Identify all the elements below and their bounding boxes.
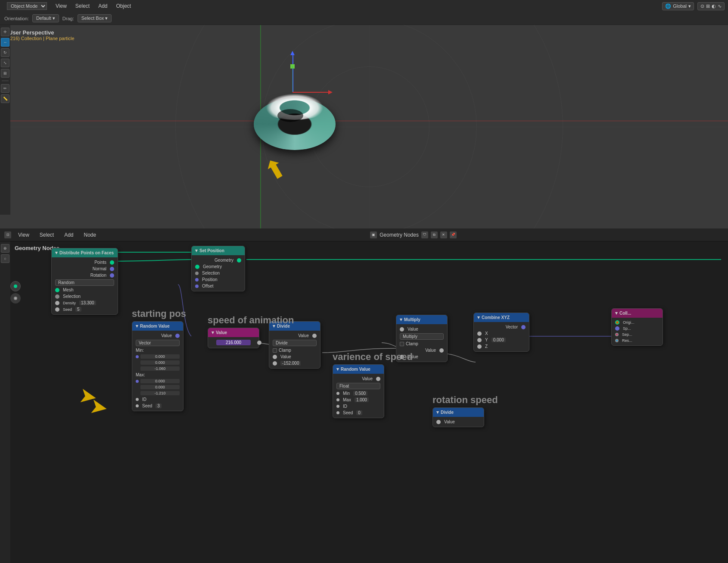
viewport-3d[interactable]: Object Mode View Select Add Object 🌐 Glo… (0, 0, 728, 228)
y-label: Y (485, 338, 488, 342)
annotation-speed: speed of animation (208, 315, 294, 326)
orientation-dropdown[interactable]: Default ▾ (32, 14, 59, 22)
rotate-tool[interactable]: ↻ (1, 48, 9, 57)
row-clamp: Clamp (396, 341, 447, 347)
node-multiply-header: ▾ Multiply (396, 315, 447, 324)
menu-select[interactable]: Select (72, 2, 93, 10)
node-combine-body: Vector X Y 0.000 Z (474, 322, 529, 351)
row-max-0: 0.000 (132, 378, 183, 384)
node-combine-xyz: ▾ Combine XYZ Vector X Y 0.000 (473, 313, 529, 352)
socket-z (477, 344, 482, 349)
mode-dropdown[interactable]: Object Mode (7, 2, 47, 10)
max-val: 1.000 (355, 397, 369, 402)
row-val-in2: -152.000 (269, 360, 320, 366)
annotate-tool[interactable]: ✏ (1, 84, 9, 93)
value-out-label: Value (161, 333, 172, 338)
gizmo-x-arrowhead (328, 90, 333, 94)
collapse-icon: ▾ (136, 323, 138, 329)
chevron-down-2-icon: ∿ (718, 3, 722, 9)
node-tool-2[interactable]: ○ (1, 254, 9, 263)
editor-type-icon[interactable]: ⊡ (4, 231, 11, 238)
node-title: Random Value (140, 324, 170, 328)
id-label: ID (142, 397, 146, 402)
socket-min (336, 392, 339, 395)
node-editor[interactable]: ⊡ View Select Add Node ▣ Geometry Nodes … (0, 228, 728, 563)
menubar: Object Mode View Select Add Object 🌐 Glo… (0, 0, 728, 12)
density-value: 13.300 (79, 300, 96, 305)
node-canvas[interactable]: Geometry Nodes ▾ Distribute Poi (10, 241, 728, 563)
y-val: 0.000 (492, 338, 506, 342)
row-val-in-top: Value (396, 326, 447, 332)
socket-geo-out (237, 258, 241, 263)
min-val: 0.500 (353, 391, 367, 396)
socket-group-in2 (14, 297, 17, 300)
node-random-value-speed: ▾ Random Value Value Float Min 0.500 (333, 364, 384, 418)
row-min-2: -1.060 (132, 366, 183, 372)
clamp-checkbox[interactable] (273, 348, 277, 353)
collapse-icon: ▾ (615, 310, 618, 316)
menu-editor-type[interactable]: Object Mode (3, 1, 50, 11)
max-label: Max (343, 397, 351, 402)
row-value-disp: 216.000 (208, 339, 259, 346)
socket-val-in2 (273, 361, 277, 366)
collapse-icon: ▾ (400, 317, 402, 322)
sprinkles (277, 109, 303, 122)
socket-val-in (436, 420, 441, 424)
drag-dropdown[interactable]: Select Box ▾ (78, 14, 112, 22)
node-coll-body: Origi... Sp... Sep... Res... (612, 318, 663, 345)
cursor-tool[interactable]: ✛ (1, 28, 9, 36)
transform-tool[interactable]: ⊞ (1, 69, 9, 78)
scene-area: ⬆ (10, 25, 728, 228)
node-menu-select[interactable]: Select (36, 231, 57, 239)
snap-icon: ⊞ (706, 3, 710, 9)
node-value-body: 216.000 (208, 337, 259, 348)
menu-view[interactable]: View (52, 2, 70, 10)
node-menu-node[interactable]: Node (81, 231, 100, 239)
row-max-1: 0.000 (132, 384, 183, 390)
node-random-start-header: ▾ Random Value (132, 322, 183, 331)
grid-v-center (369, 25, 370, 228)
row-min: Min 0.500 (333, 390, 384, 397)
max-val-1: 0.000 (140, 385, 180, 389)
row-y: Y 0.000 (474, 337, 529, 343)
node-tool-1[interactable]: ⊕ (1, 244, 9, 253)
mult-dropdown[interactable]: Multiply (400, 333, 444, 340)
node-random-start-body: Value Vector Min: 0.000 0.000 -1.060 (132, 331, 183, 411)
node-combine-header: ▾ Combine XYZ (474, 313, 529, 322)
type-dropdown[interactable]: Vector (136, 340, 180, 346)
socket-val-in (273, 355, 277, 359)
node-divide-rot-body: Value (433, 417, 484, 427)
menu-add[interactable]: Add (95, 2, 111, 10)
divide-dropdown[interactable]: Divide (273, 340, 317, 346)
socket-orig (615, 320, 619, 325)
node-close-icon[interactable]: ✕ (440, 231, 447, 238)
node-menu-view[interactable]: View (15, 231, 33, 239)
socket-sep (615, 333, 619, 336)
scale-tool[interactable]: ⤡ (1, 59, 9, 67)
socket-val-in-top (400, 327, 404, 332)
node-set-position: ▾ Set Position Geometry Geometry Selecti… (191, 246, 245, 291)
socket-min-in (136, 355, 139, 358)
node-divide-body: Value Divide Clamp Value -152.000 (269, 331, 320, 368)
socket-seed (336, 411, 339, 414)
node-menu-add[interactable]: Add (61, 231, 77, 239)
socket-vec-out (521, 325, 526, 329)
mode-dropdown[interactable]: Random (55, 279, 114, 286)
gizmo-y-line (292, 66, 293, 92)
seed-label: Seed (142, 403, 152, 408)
type-dropdown[interactable]: Float (336, 383, 380, 389)
row-x: X (474, 330, 529, 337)
clamp-label: Clamp (406, 341, 418, 346)
row-clamp: Clamp (269, 347, 320, 353)
sp-label: Sp... (623, 326, 631, 331)
menu-object[interactable]: Object (113, 2, 135, 10)
move-tool[interactable]: ↔ (1, 38, 9, 47)
collapse-icon: ▾ (195, 248, 198, 253)
node-row-density: Density 13.300 (52, 300, 118, 306)
node-pin-icon[interactable]: 📌 (450, 231, 457, 238)
seed-label: Seed (63, 307, 72, 312)
row-pos-in: Position (192, 276, 245, 283)
measure-tool[interactable]: 📏 (1, 94, 9, 103)
clamp-checkbox[interactable] (400, 342, 404, 346)
collapse-icon: ▾ (436, 410, 439, 415)
